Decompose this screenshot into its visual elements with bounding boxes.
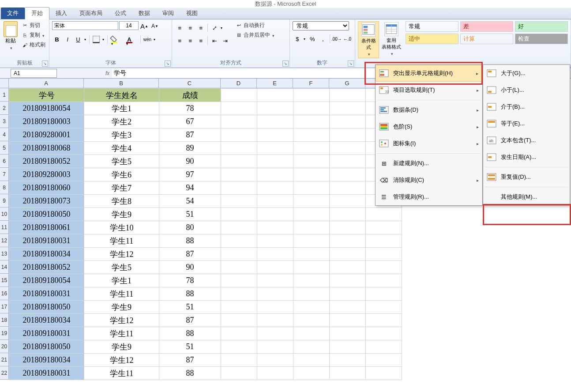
cell[interactable] (221, 155, 257, 168)
cell[interactable]: 学生10 (84, 221, 159, 234)
cell[interactable]: 201809180034 (9, 314, 84, 327)
cell[interactable] (221, 221, 257, 234)
cell[interactable] (293, 128, 330, 142)
font-name-select[interactable] (52, 21, 118, 30)
cell[interactable] (221, 102, 257, 115)
cut-button[interactable]: ✂剪切 (20, 21, 46, 30)
cell[interactable] (293, 314, 330, 327)
cell[interactable]: 学生1 (84, 102, 159, 115)
row-header[interactable]: 16 (0, 287, 9, 300)
cell[interactable] (221, 142, 257, 155)
cell[interactable] (330, 155, 366, 168)
submenu-duplicate-values[interactable]: 重复值(D)... (483, 169, 570, 185)
cell[interactable] (330, 340, 366, 354)
cell[interactable] (221, 274, 257, 287)
bold-button[interactable]: B (52, 34, 62, 44)
cell[interactable]: 88 (159, 367, 221, 380)
row-header[interactable]: 21 (0, 353, 9, 366)
cell[interactable]: 201809180054 (9, 274, 84, 287)
cell[interactable] (366, 354, 402, 367)
cell[interactable] (257, 340, 293, 354)
cell[interactable]: 88 (159, 234, 221, 248)
cell[interactable]: 学生4 (84, 142, 159, 155)
cell[interactable] (330, 181, 366, 195)
cell[interactable] (330, 274, 366, 287)
align-top-button[interactable]: ≡ (175, 23, 184, 33)
cell[interactable] (293, 142, 330, 155)
cell[interactable]: 88 (159, 327, 221, 340)
cell[interactable] (330, 354, 366, 367)
cell[interactable] (366, 287, 402, 301)
menu-clear-rules[interactable]: ⌫ 清除规则(C)▸ (376, 172, 482, 188)
cell[interactable] (257, 367, 293, 380)
cell[interactable]: 78 (159, 102, 221, 115)
cell[interactable] (257, 287, 293, 301)
cell[interactable]: 201809180052 (9, 155, 84, 168)
tab-review[interactable]: 审阅 (156, 8, 180, 19)
cell[interactable]: 201809180054 (9, 102, 84, 115)
number-dialog-launcher[interactable]: ↘ (348, 60, 354, 67)
cell[interactable] (330, 168, 366, 181)
cell[interactable]: 学号 (9, 89, 84, 102)
row-header[interactable]: 19 (0, 327, 9, 340)
cell[interactable] (366, 248, 402, 261)
row-header[interactable]: 1 (0, 88, 9, 102)
cell[interactable] (293, 340, 330, 354)
cell[interactable] (366, 314, 402, 327)
col-header-D[interactable]: D (221, 79, 257, 88)
indent-decrease-button[interactable]: ⇤ (210, 36, 219, 45)
cell[interactable]: 87 (159, 314, 221, 327)
style-bad[interactable]: 差 (460, 21, 513, 32)
menu-top-bottom-rules[interactable]: 10 项目选取规则(T)▸ (376, 82, 482, 98)
style-good[interactable]: 好 (515, 21, 568, 32)
cell[interactable] (330, 314, 366, 327)
cell[interactable]: 78 (159, 274, 221, 287)
cell[interactable] (330, 195, 366, 208)
cell[interactable] (366, 301, 402, 314)
cell[interactable]: 87 (159, 128, 221, 142)
submenu-equal-to[interactable]: 等于(E)... (483, 115, 570, 132)
cell[interactable] (293, 327, 330, 340)
fx-icon[interactable]: fx (105, 70, 109, 76)
cell[interactable] (221, 181, 257, 195)
cell[interactable] (257, 261, 293, 274)
cell[interactable] (330, 142, 366, 155)
phonetic-button[interactable]: wén (143, 34, 157, 44)
cell[interactable] (330, 115, 366, 128)
row-header[interactable]: 15 (0, 274, 9, 287)
cell[interactable]: 97 (159, 168, 221, 181)
cell[interactable] (257, 314, 293, 327)
cell[interactable] (221, 234, 257, 248)
row-header[interactable]: 3 (0, 115, 9, 128)
comma-button[interactable]: , (318, 34, 328, 44)
cell[interactable] (221, 287, 257, 301)
cell[interactable]: 51 (159, 208, 221, 221)
fill-color-button[interactable] (109, 34, 124, 44)
underline-button[interactable]: U (73, 34, 87, 44)
align-middle-button[interactable]: ≡ (185, 23, 195, 33)
cell[interactable]: 学生5 (84, 155, 159, 168)
align-dialog-launcher[interactable]: ↘ (282, 60, 289, 67)
increase-decimal-button[interactable]: .00→ (332, 34, 342, 44)
tab-home[interactable]: 开始 (25, 7, 49, 19)
name-box[interactable] (11, 69, 57, 78)
cell[interactable]: 成绩 (159, 89, 221, 102)
wrap-text-button[interactable]: ↩自动换行 (234, 21, 275, 30)
cell[interactable]: 89 (159, 142, 221, 155)
submenu-between[interactable]: 介于(B)... (483, 98, 570, 115)
cell[interactable] (293, 115, 330, 128)
cell[interactable] (366, 367, 402, 380)
row-header[interactable]: 2 (0, 102, 9, 115)
cell[interactable]: 201809180031 (9, 327, 84, 340)
cell[interactable]: 201809180073 (9, 195, 84, 208)
cell[interactable] (257, 168, 293, 181)
row-header[interactable]: 18 (0, 313, 9, 327)
cell[interactable]: 201809180050 (9, 208, 84, 221)
menu-icon-sets[interactable]: 图标集(I)▸ (376, 135, 482, 152)
cell[interactable] (330, 301, 366, 314)
cell[interactable] (366, 327, 402, 340)
tab-file[interactable]: 文件 (1, 8, 25, 19)
cell[interactable] (293, 102, 330, 115)
cell[interactable] (221, 367, 257, 380)
cell[interactable] (257, 195, 293, 208)
